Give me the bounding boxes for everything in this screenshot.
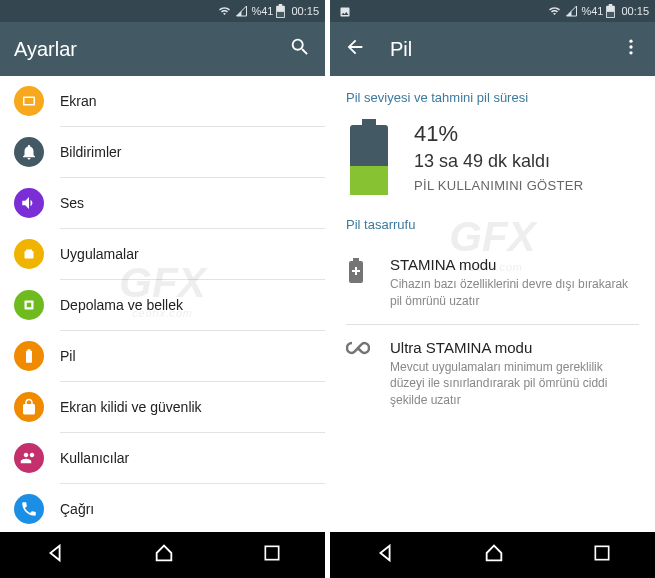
nav-back[interactable] bbox=[374, 542, 396, 568]
lock-icon bbox=[14, 392, 44, 422]
svg-rect-8 bbox=[265, 546, 278, 559]
svg-rect-2 bbox=[25, 251, 34, 259]
sidebar-item-label: Ekran kilidi ve güvenlik bbox=[60, 399, 202, 415]
infinity-icon bbox=[346, 341, 368, 359]
users-icon bbox=[14, 443, 44, 473]
status-battery-pct: %41 bbox=[251, 5, 273, 17]
page-title: Pil bbox=[390, 38, 621, 61]
overflow-button[interactable] bbox=[621, 37, 641, 62]
mode-desc: Cihazın bazı özelliklerini devre dışı bı… bbox=[390, 276, 639, 310]
status-time: 00:15 bbox=[621, 5, 649, 17]
battery-status-icon bbox=[606, 4, 615, 18]
screenshot-icon bbox=[338, 4, 352, 17]
svg-rect-3 bbox=[26, 250, 32, 252]
nav-back[interactable] bbox=[44, 542, 66, 568]
sidebar-item-chip[interactable]: Depolama ve bellek bbox=[60, 280, 325, 331]
page-title: Ayarlar bbox=[14, 38, 289, 61]
svg-rect-6 bbox=[26, 351, 32, 363]
nav-recent[interactable] bbox=[592, 543, 612, 567]
section-battery-level: Pil seviyesi ve tahmini pil süresi bbox=[330, 76, 655, 115]
settings-list: EkranBildirimlerSesUygulamalarDepolama v… bbox=[0, 76, 325, 532]
sidebar-item-apps[interactable]: Uygulamalar bbox=[60, 229, 325, 280]
mode-title: Ultra STAMINA modu bbox=[390, 339, 639, 356]
battery-plus-icon bbox=[346, 258, 368, 288]
mode-desc: Mevcut uygulamaları minimum gereklilik d… bbox=[390, 359, 639, 409]
svg-point-9 bbox=[629, 39, 632, 42]
phone-battery: %41 00:15 Pil Pil seviyesi ve tahmini pi… bbox=[330, 0, 655, 578]
sidebar-item-bell[interactable]: Bildirimler bbox=[60, 127, 325, 178]
sidebar-item-label: Depolama ve bellek bbox=[60, 297, 183, 313]
mode-row-0[interactable]: STAMINA moduCihazın bazı özelliklerini d… bbox=[330, 242, 655, 324]
search-icon bbox=[289, 36, 311, 58]
phone-icon bbox=[14, 494, 44, 524]
svg-point-10 bbox=[629, 45, 632, 48]
sidebar-item-label: Kullanıcılar bbox=[60, 450, 129, 466]
svg-rect-17 bbox=[595, 546, 608, 559]
sidebar-item-label: Bildirimler bbox=[60, 144, 121, 160]
status-time: 00:15 bbox=[291, 5, 319, 17]
svg-rect-16 bbox=[353, 258, 359, 262]
svg-rect-7 bbox=[28, 349, 31, 351]
sidebar-item-users[interactable]: Kullanıcılar bbox=[60, 433, 325, 484]
sidebar-item-label: Ses bbox=[60, 195, 84, 211]
nav-bar bbox=[0, 532, 325, 578]
battery-large-icon bbox=[346, 119, 392, 195]
svg-rect-5 bbox=[27, 303, 32, 308]
nav-home[interactable] bbox=[153, 542, 175, 568]
section-battery-saver: Pil tasarrufu bbox=[330, 211, 655, 242]
nav-home[interactable] bbox=[483, 542, 505, 568]
battery-time-remaining: 13 sa 49 dk kaldı bbox=[414, 151, 583, 172]
svg-rect-12 bbox=[362, 119, 376, 125]
wifi-icon bbox=[547, 5, 562, 17]
display-icon bbox=[14, 86, 44, 116]
sidebar-item-display[interactable]: Ekran bbox=[60, 76, 325, 127]
status-bar: %41 00:15 bbox=[330, 0, 655, 22]
speaker-icon bbox=[14, 188, 44, 218]
sidebar-item-label: Uygulamalar bbox=[60, 246, 139, 262]
battery-summary[interactable]: 41% 13 sa 49 dk kaldı PİL KULLANIMINI GÖ… bbox=[330, 115, 655, 211]
nav-bar bbox=[330, 532, 655, 578]
sidebar-item-label: Çağrı bbox=[60, 501, 94, 517]
app-bar: Ayarlar bbox=[0, 22, 325, 76]
battery-percentage: 41% bbox=[414, 121, 583, 147]
back-button[interactable] bbox=[344, 36, 366, 63]
sidebar-item-lock[interactable]: Ekran kilidi ve güvenlik bbox=[60, 382, 325, 433]
battery-content: Pil seviyesi ve tahmini pil süresi 41% 1… bbox=[330, 76, 655, 532]
mode-title: STAMINA modu bbox=[390, 256, 639, 273]
arrow-back-icon bbox=[344, 36, 366, 58]
sidebar-item-speaker[interactable]: Ses bbox=[60, 178, 325, 229]
battery-status-icon bbox=[276, 4, 285, 18]
mode-row-1[interactable]: Ultra STAMINA moduMevcut uygulamaları mi… bbox=[330, 325, 655, 423]
sidebar-item-phone[interactable]: Çağrı bbox=[60, 484, 325, 532]
apps-icon bbox=[14, 239, 44, 269]
svg-rect-1 bbox=[25, 98, 34, 104]
sidebar-item-battery[interactable]: Pil bbox=[60, 331, 325, 382]
search-button[interactable] bbox=[289, 36, 311, 63]
app-bar: Pil bbox=[330, 22, 655, 76]
status-bar: %41 00:15 bbox=[0, 0, 325, 22]
phone-settings: %41 00:15 Ayarlar EkranBildirimlerSesUyg… bbox=[0, 0, 325, 578]
status-battery-pct: %41 bbox=[581, 5, 603, 17]
sidebar-item-label: Pil bbox=[60, 348, 76, 364]
signal-icon bbox=[565, 5, 578, 17]
signal-icon bbox=[235, 5, 248, 17]
sidebar-item-label: Ekran bbox=[60, 93, 97, 109]
wifi-icon bbox=[217, 5, 232, 17]
nav-recent[interactable] bbox=[262, 543, 282, 567]
chip-icon bbox=[14, 290, 44, 320]
overflow-icon bbox=[621, 37, 641, 57]
svg-point-11 bbox=[629, 51, 632, 54]
show-usage-link[interactable]: PİL KULLANIMINI GÖSTER bbox=[414, 178, 583, 193]
bell-icon bbox=[14, 137, 44, 167]
battery-icon bbox=[14, 341, 44, 371]
